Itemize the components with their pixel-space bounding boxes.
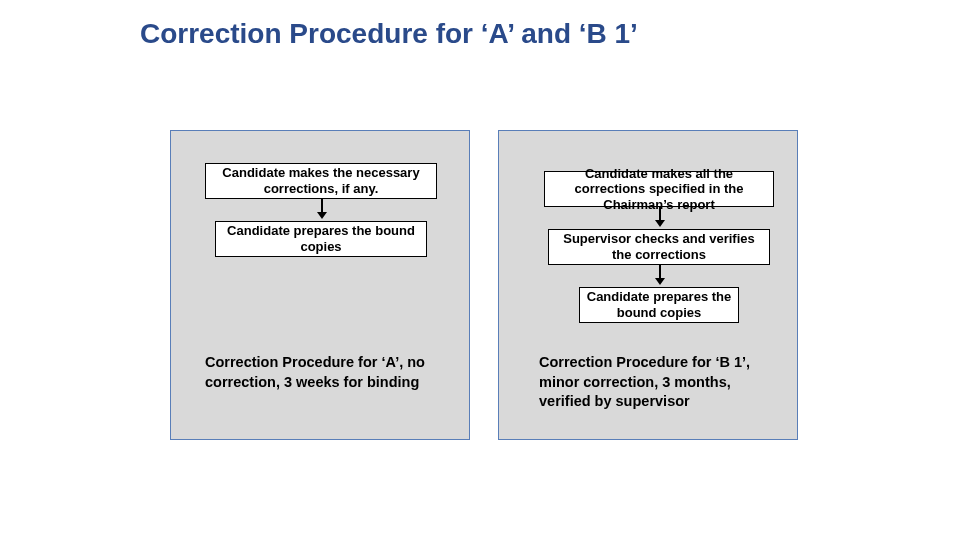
panel-a-step-1: Candidate makes the necessary correction…: [205, 163, 437, 199]
page-title: Correction Procedure for ‘A’ and ‘B 1’: [140, 18, 638, 50]
panel-a-step-2: Candidate prepares the bound copies: [215, 221, 427, 257]
arrow-icon: [659, 207, 661, 221]
arrow-icon: [321, 199, 323, 213]
panel-a-caption: Correction Procedure for ‘A’, no correct…: [205, 353, 437, 392]
panel-b: Candidate makes all the corrections spec…: [498, 130, 798, 440]
arrow-icon: [659, 265, 661, 279]
panel-b-step-3: Candidate prepares the bound copies: [579, 287, 739, 323]
panel-b-step-2: Supervisor checks and verifies the corre…: [548, 229, 770, 265]
panel-b-caption: Correction Procedure for ‘B 1’, minor co…: [539, 353, 771, 412]
panel-b-step-1: Candidate makes all the corrections spec…: [544, 171, 774, 207]
panel-a: Candidate makes the necessary correction…: [170, 130, 470, 440]
